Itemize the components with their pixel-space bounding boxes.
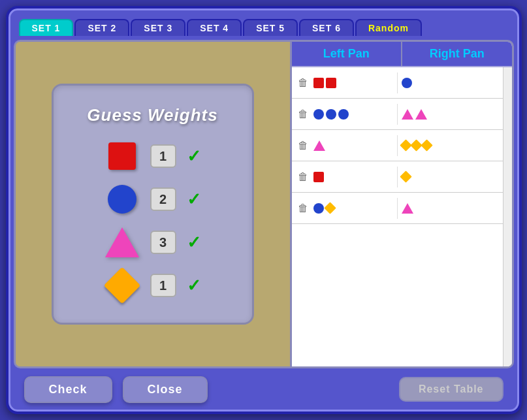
scrollbar[interactable] <box>503 67 512 366</box>
trash-icon-3[interactable]: 🗑 <box>296 138 310 153</box>
left-cell-4: 🗑 <box>292 167 398 187</box>
right-cell-2 <box>398 106 503 122</box>
shape-yellow-diamond <box>104 268 140 303</box>
right-inner: 🗑 🗑 <box>292 67 512 366</box>
right-cell-1 <box>398 75 503 91</box>
checkmark-3: ✓ <box>187 233 201 253</box>
weight-box-1: 1 <box>150 144 176 168</box>
tab-set6[interactable]: SET 6 <box>299 19 354 36</box>
checkmark-1: ✓ <box>187 146 201 167</box>
right-cell-5 <box>398 201 503 216</box>
tab-set4[interactable]: SET 4 <box>187 19 242 36</box>
shape-sm-pink-tri <box>313 140 325 151</box>
main-window: SET 1 SET 2 SET 3 SET 4 SET 5 SET 6 Rand… <box>6 6 522 414</box>
left-cell-2: 🗑 <box>292 104 398 125</box>
checkmark-2: ✓ <box>187 189 201 210</box>
shape-red-square <box>104 138 140 174</box>
shape-sm-blue-ci <box>313 109 324 120</box>
trash-icon-1[interactable]: 🗑 <box>296 75 310 91</box>
shape-sm-pink-tri <box>402 109 413 120</box>
tab-set2[interactable]: SET 2 <box>74 19 129 36</box>
weight-row-4: 1 ✓ <box>80 268 226 303</box>
guess-card: Guess Weights 1 ✓ 2 ✓ <box>52 84 254 325</box>
shape-sm-pink-tri <box>415 109 427 120</box>
weight-row-3: 3 ✓ <box>80 225 226 260</box>
tab-set3[interactable]: SET 3 <box>131 19 185 36</box>
tab-bar: SET 1 SET 2 SET 3 SET 4 SET 5 SET 6 Rand… <box>14 14 514 36</box>
guess-title: Guess Weights <box>87 105 217 125</box>
shape-sm-red-sq <box>326 78 336 88</box>
close-button[interactable]: Close <box>123 376 208 403</box>
weight-row-2: 2 ✓ <box>80 182 226 217</box>
weight-box-3: 3 <box>150 231 176 254</box>
right-panel: Left Pan Right Pan 🗑 <box>290 42 512 366</box>
checkmark-4: ✓ <box>187 276 201 296</box>
table-body: 🗑 🗑 <box>292 67 503 366</box>
table-row: 🗑 <box>292 67 503 99</box>
trash-icon-5[interactable]: 🗑 <box>296 201 310 216</box>
shape-sm-blue-ci <box>313 203 324 214</box>
shape-blue-circle <box>104 182 140 217</box>
left-cell-1: 🗑 <box>292 73 398 93</box>
check-button[interactable]: Check <box>24 376 112 403</box>
left-cell-3: 🗑 <box>292 135 398 156</box>
table-header: Left Pan Right Pan <box>292 42 512 67</box>
shape-sm-blue-ci <box>326 109 336 120</box>
content-area: Guess Weights 1 ✓ 2 ✓ <box>14 40 514 368</box>
right-cell-4 <box>398 170 503 184</box>
bottom-bar: Check Close Reset Table <box>14 372 514 406</box>
weight-box-4: 1 <box>150 274 176 297</box>
table-row: 🗑 <box>292 161 503 193</box>
shape-sm-orange-di <box>421 139 432 151</box>
col-left-pan: Left Pan <box>292 42 403 66</box>
bottom-left: Check Close <box>24 376 208 403</box>
shape-sm-pink-tri <box>402 203 413 214</box>
tab-set1[interactable]: SET 1 <box>19 19 74 36</box>
table-row: 🗑 <box>292 99 503 130</box>
shape-sm-orange-di <box>400 170 411 182</box>
reset-table-button[interactable]: Reset Table <box>399 377 503 402</box>
tab-random[interactable]: Random <box>355 19 422 36</box>
shape-sm-blue-ci <box>338 109 349 120</box>
shape-sm-blue-ci <box>402 78 412 88</box>
shape-sm-red-sq <box>313 172 324 182</box>
table-row: 🗑 <box>292 130 503 161</box>
table-row: 🗑 <box>292 193 503 224</box>
trash-icon-2[interactable]: 🗑 <box>296 106 310 122</box>
shape-pink-triangle <box>104 225 140 260</box>
weight-row-1: 1 ✓ <box>80 138 226 174</box>
weight-box-2: 2 <box>150 187 176 211</box>
left-panel: Guess Weights 1 ✓ 2 ✓ <box>16 42 290 366</box>
right-cell-3 <box>398 138 503 152</box>
shape-sm-red-sq <box>313 78 324 88</box>
shape-sm-orange-di <box>324 202 336 214</box>
col-right-pan: Right Pan <box>402 42 512 66</box>
left-cell-5: 🗑 <box>292 198 398 219</box>
tab-set5[interactable]: SET 5 <box>243 19 298 36</box>
trash-icon-4[interactable]: 🗑 <box>296 169 310 185</box>
